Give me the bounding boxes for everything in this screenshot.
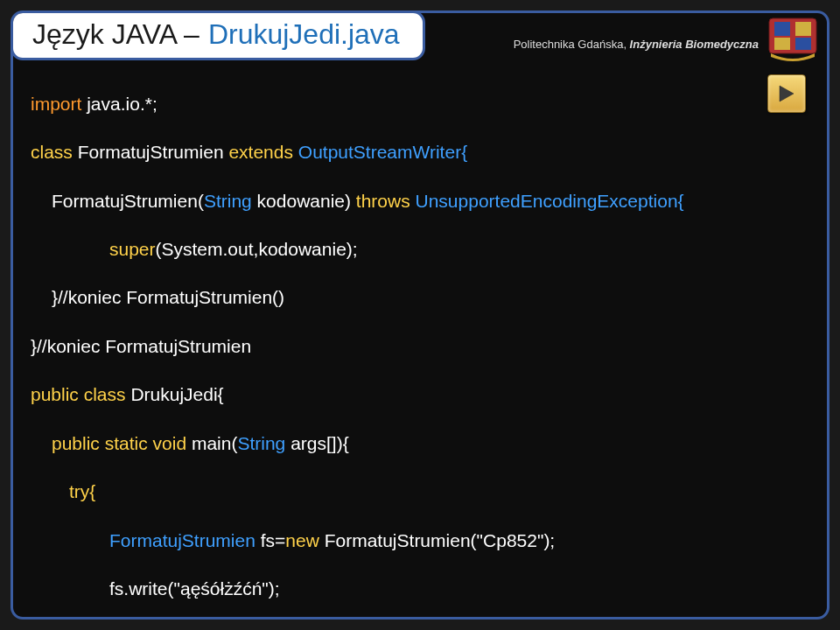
kw-extends: extends <box>228 142 298 162</box>
slide-frame: Język JAVA – DrukujJedi.java Politechnik… <box>10 10 830 620</box>
subheader-emph: Inżynieria Biomedyczna <box>630 38 759 51</box>
kw-throws: throws <box>356 191 416 211</box>
slide-title: Język JAVA – DrukujJedi.java <box>10 10 425 60</box>
kw-class: class <box>31 142 78 162</box>
code-txt: fs= <box>261 530 286 550</box>
code-txt: DrukujJedi{ <box>130 384 223 404</box>
code-txt: main( <box>192 433 238 453</box>
kw-public-class: public class <box>31 384 130 404</box>
code-txt: }//koniec FormatujStrumien() <box>52 287 284 307</box>
play-button[interactable] <box>767 74 806 113</box>
svg-rect-4 <box>795 38 811 50</box>
kw-psv: public static void <box>52 433 192 453</box>
type: UnsupportedEncodingException{ <box>416 191 684 211</box>
play-icon <box>778 84 795 103</box>
type: String <box>237 433 290 453</box>
code-txt: kodowanie) <box>257 191 356 211</box>
subheader-prefix: Politechnika Gdańska, <box>514 38 630 51</box>
svg-rect-2 <box>795 22 811 36</box>
title-text-1: Język JAVA – <box>32 18 200 51</box>
code-txt: FormatujStrumien <box>78 142 229 162</box>
kw-import: import <box>31 94 87 114</box>
title-text-2: DrukujJedi.java <box>208 18 400 51</box>
type: FormatujStrumien <box>109 530 261 550</box>
code-txt: java.io.*; <box>87 94 158 114</box>
kw-new: new <box>285 530 324 550</box>
code-txt: FormatujStrumien( <box>325 530 477 550</box>
type: OutputStreamWriter{ <box>298 142 467 162</box>
svg-rect-3 <box>774 38 790 50</box>
code-txt: (System.out,kodowanie); <box>156 239 358 259</box>
kw-super: super <box>109 239 156 259</box>
code-txt: }//koniec FormatujStrumien <box>31 336 251 356</box>
string: "Cp852" <box>477 530 544 550</box>
code-block: import java.io.*; class FormatujStrumien… <box>31 67 757 620</box>
code-txt: ); <box>543 530 555 550</box>
code-txt: fs.write("ąęśółżźćń"); <box>109 578 280 598</box>
svg-rect-1 <box>774 22 790 36</box>
code-txt: args[]){ <box>290 433 349 453</box>
type: String <box>204 191 257 211</box>
kw-try: try{ <box>69 481 95 501</box>
subheader: Politechnika Gdańska, Inżynieria Biomedy… <box>514 38 759 51</box>
university-crest-icon <box>767 17 818 62</box>
code-txt: FormatujStrumien( <box>52 191 204 211</box>
